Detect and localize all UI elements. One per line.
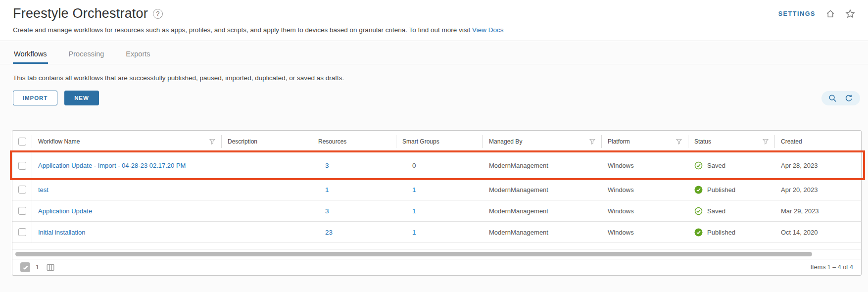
platform-value: Windows	[602, 162, 688, 169]
filter-icon[interactable]	[763, 139, 769, 145]
managed-by-value: ModernManagement	[483, 162, 602, 169]
tab-exports[interactable]: Exports	[125, 44, 151, 64]
status-label: Saved	[707, 207, 725, 215]
status-label: Published	[707, 186, 735, 194]
search-icon[interactable]	[828, 94, 837, 102]
table-filler	[12, 243, 861, 249]
created-value: Oct 14, 2020	[775, 229, 861, 236]
grid-actions-pill	[821, 91, 860, 105]
workflow-name-link[interactable]: Application Update - Import - 04-28-23 0…	[38, 162, 186, 169]
resources-link[interactable]: 1	[325, 186, 329, 194]
status-label: Saved	[707, 162, 725, 169]
managed-by-value: ModernManagement	[483, 186, 602, 194]
table-header-row: Workflow Name Description Resources Smar…	[12, 131, 861, 152]
select-row-checkbox[interactable]	[18, 186, 26, 194]
smart-groups-link[interactable]: 1	[412, 229, 416, 236]
view-docs-link[interactable]: View Docs	[472, 26, 504, 34]
tab-workflows[interactable]: Workflows	[13, 44, 48, 64]
horizontal-scrollbar	[12, 249, 861, 259]
settings-link[interactable]: SETTINGS	[778, 10, 816, 17]
resources-link[interactable]: 23	[325, 229, 333, 236]
table-row: Application Update - Import - 04-28-23 0…	[12, 152, 861, 179]
status-label: Published	[707, 229, 735, 236]
managed-by-value: ModernManagement	[483, 207, 602, 215]
smart-groups-value: 0	[396, 162, 483, 169]
col-description: Description	[228, 138, 257, 145]
workflow-name-link[interactable]: Application Update	[38, 207, 92, 215]
home-icon[interactable]	[825, 9, 835, 19]
smart-groups-link[interactable]: 1	[412, 186, 416, 194]
resources-link[interactable]: 3	[325, 207, 329, 215]
platform-value: Windows	[602, 186, 688, 194]
items-count-label: Items 1 – 4 of 4	[811, 264, 853, 271]
star-icon[interactable]	[845, 9, 855, 19]
col-smart-groups: Smart Groups	[402, 138, 439, 145]
col-workflow-name: Workflow Name	[38, 138, 80, 145]
page-title: Freestyle Orchestrator	[13, 6, 148, 21]
tab-processing[interactable]: Processing	[68, 44, 105, 64]
col-resources: Resources	[318, 138, 346, 145]
status-published-icon	[694, 186, 703, 194]
table-row: Initial installation 23 1 ModernManageme…	[12, 222, 861, 243]
toolbar: IMPORT NEW	[0, 82, 868, 105]
page-description: Create and manage workflows for resource…	[13, 26, 470, 34]
resources-link[interactable]: 3	[325, 162, 329, 169]
select-row-checkbox[interactable]	[18, 228, 26, 236]
workflow-name-link[interactable]: test	[38, 186, 48, 194]
tab-info-text: This tab contains all workflows that are…	[0, 64, 868, 82]
select-row-checkbox[interactable]	[18, 162, 26, 170]
select-row-checkbox[interactable]	[18, 207, 26, 215]
platform-value: Windows	[602, 207, 688, 215]
import-button[interactable]: IMPORT	[13, 91, 57, 105]
managed-by-value: ModernManagement	[483, 229, 602, 236]
created-value: Apr 20, 2023	[775, 186, 861, 194]
col-created: Created	[781, 138, 802, 145]
workflow-name-link[interactable]: Initial installation	[38, 229, 85, 236]
scrollbar-thumb[interactable]	[15, 252, 812, 256]
selection-checkbox-badge[interactable]	[20, 262, 30, 272]
status-saved-icon	[694, 161, 703, 170]
tab-bar: Workflows Processing Exports	[0, 44, 868, 64]
status-saved-icon	[694, 207, 703, 215]
col-status: Status	[694, 138, 711, 145]
status-published-icon	[694, 228, 703, 237]
filter-icon[interactable]	[589, 139, 595, 145]
page-number: 1	[36, 264, 39, 271]
created-value: Mar 29, 2023	[775, 207, 861, 215]
help-icon[interactable]: ?	[153, 9, 163, 19]
page-header: Freestyle Orchestrator ? SETTINGS Create…	[0, 0, 868, 41]
filter-icon[interactable]	[209, 139, 215, 145]
workflows-table: Workflow Name Description Resources Smar…	[12, 130, 862, 276]
column-settings-icon[interactable]	[47, 264, 54, 271]
col-managed-by: Managed By	[489, 138, 522, 145]
filter-icon[interactable]	[676, 139, 682, 145]
smart-groups-link[interactable]: 1	[412, 207, 416, 215]
table-row: test 1 1 ModernManagement Windows Publis…	[12, 179, 861, 200]
new-button[interactable]: NEW	[64, 91, 99, 105]
col-platform: Platform	[608, 138, 630, 145]
select-all-checkbox[interactable]	[18, 138, 26, 146]
refresh-icon[interactable]	[845, 94, 853, 102]
table-footer: 1 Items 1 – 4 of 4	[12, 259, 861, 275]
table-row: Application Update 3 1 ModernManagement …	[12, 200, 861, 222]
platform-value: Windows	[602, 229, 688, 236]
created-value: Apr 28, 2023	[775, 162, 861, 169]
